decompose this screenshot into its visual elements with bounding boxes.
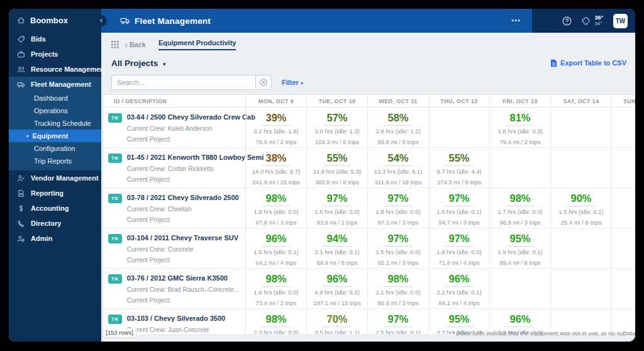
hours-idle: 3.2 hrs (idle: 1.9) <box>246 128 306 135</box>
sidebar-subitem-trucking-schedule[interactable]: Trucking Schedule <box>9 117 101 130</box>
sidebar-subitem-equipment[interactable]: •Equipment <box>9 130 101 142</box>
divider <box>506 125 535 126</box>
equipment-id-cell: TK 03-104 / 2011 Chevy Traverse SUV Curr… <box>103 228 245 268</box>
current-crew: Current Crew: Concrete <box>127 246 238 253</box>
miles-trips: 382.8 mi / 8 trips <box>307 179 367 186</box>
sidebar-item-fleet-management[interactable]: Fleet Management <box>9 77 101 92</box>
hours-idle: 1.8 hrs (idle: 0.3) <box>490 128 550 135</box>
chevron-down-icon: ▾ <box>163 61 166 67</box>
productivity-percent: 94% <box>307 233 367 245</box>
miles-trips: 197.1 mi / 13 trips <box>307 300 367 306</box>
productivity-cell: 54% 13.3 hrs (idle: 6.1) 311.6 mi / 18 t… <box>367 148 428 187</box>
table-row[interactable]: TK 03-104 / 2011 Chevy Traverse SUV Curr… <box>103 228 635 269</box>
notifications-bell-icon[interactable] <box>542 16 553 26</box>
project-scope-dropdown[interactable]: All Projects ▾ <box>111 58 166 68</box>
productivity-cell: 97% 1.8 hrs (idle: 0.0) 71.6 mi / 4 trip… <box>428 228 489 268</box>
productivity-cell <box>550 108 611 147</box>
sidebar-item-bids[interactable]: Bids <box>9 31 101 47</box>
current-crew: Current Crew: Cheetah <box>127 206 239 213</box>
more-options-button[interactable]: ⋯ <box>499 15 532 26</box>
productivity-percent: 81% <box>490 112 550 124</box>
sidebar-item-resource-management[interactable]: Resource Management <box>9 62 101 77</box>
weather-widget[interactable]: 36° 34° <box>581 15 603 26</box>
miles-trips: 69.9 mi / 8 trips <box>307 260 367 266</box>
help-icon[interactable] <box>562 16 572 26</box>
sidebar-item-accounting[interactable]: Accounting <box>9 201 101 216</box>
miles-trips: 96.8 mi / 3 trips <box>490 220 550 226</box>
divider <box>506 326 535 327</box>
sidebar-nav-bottom: Vendor ManagementReportingAccountingDire… <box>9 170 101 246</box>
user-avatar[interactable]: TW <box>613 14 628 28</box>
productivity-percent: 96% <box>429 273 489 285</box>
productivity-percent: 70% <box>307 313 367 325</box>
divider <box>323 206 352 206</box>
back-button[interactable]: ‹ Back <box>125 41 146 48</box>
sidebar-collapse-button[interactable]: ‹ <box>96 15 107 26</box>
temperature-low: 34° <box>594 21 603 26</box>
miles-trips: 97.2 mi / 3 trips <box>368 220 428 226</box>
productivity-cell: 97% 1.6 hrs (idle: 0.1) 94.7 mi / 3 trip… <box>428 188 489 228</box>
productivity-cell: 81% 1.8 hrs (idle: 0.3) 79.4 mi / 2 trip… <box>489 108 550 147</box>
sidebar-nav-top: BidsProjectsResource Management <box>9 31 101 77</box>
sidebar-item-projects[interactable]: Projects <box>9 47 101 62</box>
productivity-percent: 98% <box>490 192 550 204</box>
rows-count: [153 rows] <box>103 328 136 338</box>
truck-icon <box>17 81 25 89</box>
productivity-percent: 97% <box>429 192 489 204</box>
vendor-icon <box>17 174 25 182</box>
divider <box>262 206 291 206</box>
truck-icon <box>120 16 130 26</box>
productivity-cell <box>611 148 635 187</box>
productivity-percent: 97% <box>368 313 428 325</box>
sidebar-subitem-dashboard[interactable]: Dashboard <box>9 92 101 104</box>
table-row[interactable]: TK 03-76 / 2012 GMC Sierra K3500 Current… <box>103 269 635 309</box>
sidebar-item-vendor-management[interactable]: Vendor Management <box>9 170 101 186</box>
sidebar: Boombox BidsProjectsResource Management … <box>9 9 101 342</box>
miles-trips: 73.4 mi / 2 trips <box>246 300 306 306</box>
miles-trips: 85.8 mi / 5 trips <box>368 139 428 145</box>
sidebar-subitem-operations[interactable]: Operations <box>9 104 101 117</box>
sidebar-subitem-trip-reports[interactable]: Trip Reports <box>9 155 101 167</box>
miles-trips: 97.8 mi / 3 trips <box>246 220 306 226</box>
divider <box>323 165 352 166</box>
sidebar-item-reporting[interactable]: Reporting <box>9 186 101 201</box>
current-project: Current Project: <box>127 297 239 304</box>
equipment-type-badge: TK <box>108 274 122 284</box>
productivity-cell <box>550 269 611 308</box>
table-row[interactable]: TK 01-45 / 2021 Kenworth T880 Lowboy Sem… <box>103 148 635 188</box>
table-row[interactable]: TK 03-78 / 2021 Chevy Silverado 2500 Cur… <box>103 188 635 228</box>
filter-button[interactable]: Filter ▾ <box>282 79 303 86</box>
productivity-cell: 58% 2.8 hrs (idle: 1.2) 85.8 mi / 5 trip… <box>367 108 428 147</box>
hours-idle: 2.2 hrs (idle: 0.1) <box>429 289 489 296</box>
productivity-cell <box>611 188 635 228</box>
divider <box>567 206 596 206</box>
equipment-id-cell: TK 03-76 / 2012 GMC Sierra K3500 Current… <box>103 269 245 308</box>
hours-idle: 1.6 hrs (idle: 0.0) <box>246 289 306 296</box>
sidebar-subitem-configuration[interactable]: Configuration <box>9 142 101 155</box>
briefcase-icon <box>17 50 25 58</box>
clear-search-button[interactable] <box>255 75 272 90</box>
sidebar-brand[interactable]: Boombox <box>9 9 101 31</box>
hours-idle: 1.8 hrs (idle: 0.0) <box>368 209 428 215</box>
current-project: Current Project: <box>127 216 239 223</box>
column-header-day: SUN, OCT 15 <box>611 95 635 107</box>
sidebar-item-admin[interactable]: Admin <box>9 231 101 246</box>
hours-idle: 13.3 hrs (idle: 6.1) <box>368 169 428 175</box>
productivity-cell <box>550 228 611 268</box>
current-project: Current Project: <box>127 176 264 183</box>
apps-grid-icon[interactable] <box>111 41 119 48</box>
hours-idle: 1.9 hrs (idle: 0.0) <box>246 209 306 215</box>
search-input[interactable] <box>111 75 255 90</box>
tab-equipment-productivity[interactable]: Equipment Productivity <box>158 39 236 50</box>
hours-idle: 1.8 hrs (idle: 0.0) <box>429 249 489 255</box>
hours-idle: 9.7 hrs (idle: 4.4) <box>429 169 489 175</box>
blank-cells-footnote: * Blank cells indicate that the equipmen… <box>452 330 635 337</box>
export-csv-button[interactable]: Export Table to CSV <box>550 59 626 67</box>
productivity-cell <box>550 148 611 187</box>
table-row[interactable]: TK 03-64 / 2500 Chevy Silverado Crew Cab… <box>103 108 635 148</box>
sidebar-item-directory[interactable]: Directory <box>9 216 101 231</box>
productivity-cell: 98% 1.7 hrs (idle: 0.0) 96.8 mi / 3 trip… <box>489 188 550 228</box>
hours-idle: 1.6 hrs (idle: 0.1) <box>429 209 489 215</box>
hours-idle: 11.9 hrs (idle: 5.3) <box>307 169 367 175</box>
hours-idle: 1.5 hrs (idle: 0.0) <box>368 249 428 255</box>
